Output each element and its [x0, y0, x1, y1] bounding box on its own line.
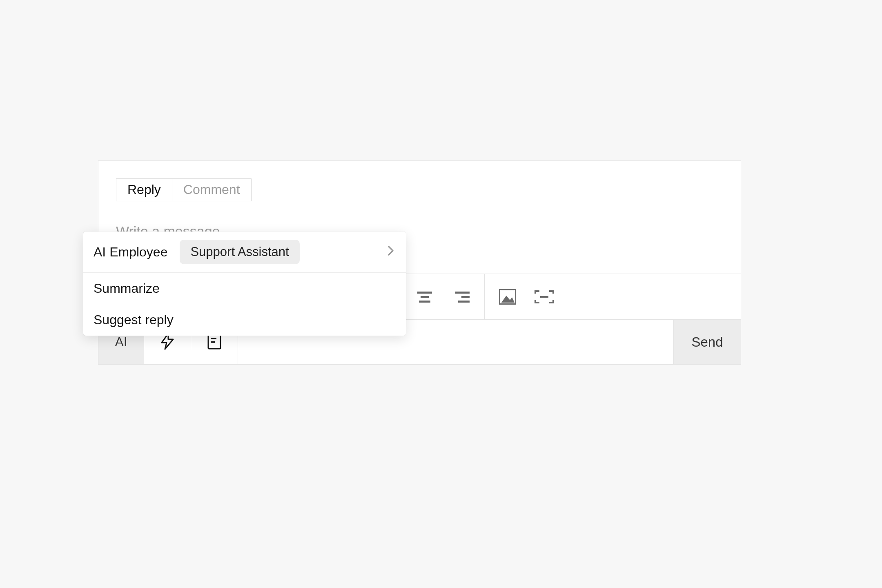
ai-employee-row[interactable]: AI Employee Support Assistant	[83, 232, 406, 273]
embed-icon	[535, 290, 554, 303]
ai-employee-label: AI Employee	[94, 245, 167, 260]
svg-rect-9	[417, 292, 432, 294]
chevron-right-icon	[386, 245, 396, 260]
tabs-row: Reply Comment	[98, 161, 741, 201]
svg-rect-17	[540, 296, 548, 298]
align-center-button[interactable]	[409, 281, 440, 312]
svg-rect-14	[458, 301, 470, 303]
insert-image-button[interactable]	[492, 281, 523, 312]
svg-rect-21	[211, 341, 215, 343]
ai-suggest-reply-item[interactable]: Suggest reply	[83, 304, 406, 336]
insert-embed-button[interactable]	[529, 281, 560, 312]
ai-button-label: AI	[115, 334, 127, 350]
tab-comment[interactable]: Comment	[172, 179, 251, 201]
image-icon	[499, 289, 516, 305]
svg-rect-12	[455, 292, 470, 294]
send-button-label: Send	[691, 334, 723, 350]
reply-comment-tabs: Reply Comment	[116, 178, 252, 201]
align-right-button[interactable]	[446, 281, 477, 312]
svg-rect-10	[421, 296, 429, 298]
send-button[interactable]: Send	[673, 320, 741, 364]
align-center-icon	[416, 291, 433, 303]
ai-menu: AI Employee Support Assistant Summarize …	[83, 232, 406, 336]
svg-rect-13	[461, 296, 470, 298]
ai-summarize-item[interactable]: Summarize	[83, 273, 406, 304]
ai-summarize-label: Summarize	[94, 281, 160, 296]
ai-suggest-reply-label: Suggest reply	[94, 312, 174, 327]
ai-employee-selected[interactable]: Support Assistant	[180, 240, 299, 264]
svg-marker-16	[501, 296, 514, 303]
toolbar-group-media	[485, 274, 567, 319]
align-right-icon	[453, 291, 470, 303]
svg-marker-18	[162, 334, 173, 349]
svg-rect-20	[211, 338, 216, 339]
tab-reply[interactable]: Reply	[116, 179, 172, 201]
svg-rect-11	[419, 301, 430, 303]
note-icon	[207, 333, 221, 351]
